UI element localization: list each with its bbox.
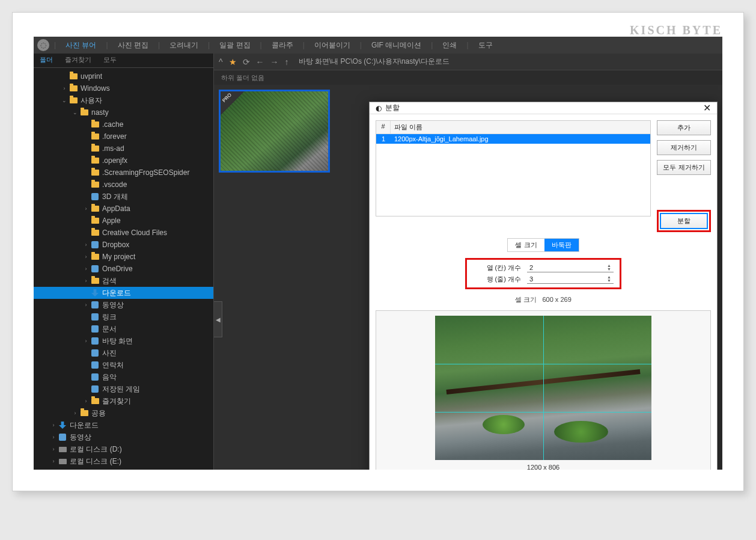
chevron-right-icon[interactable]: › bbox=[82, 242, 90, 248]
menu-gif[interactable]: GIF 애니메이션 bbox=[367, 38, 426, 53]
menu-crop[interactable]: 오려내기 bbox=[165, 38, 203, 53]
sidebar-collapse-handle[interactable]: ◀ bbox=[214, 301, 222, 337]
folder-tree[interactable]: uvprint›Windows⌄사용자⌄nasty.cache.forever.… bbox=[34, 68, 213, 470]
menu-batch[interactable]: 일괄 편집 bbox=[215, 38, 255, 53]
tree-node[interactable]: .openjfx bbox=[34, 155, 213, 167]
chevron-right-icon[interactable]: › bbox=[82, 206, 90, 212]
rows-spinner-icon[interactable]: ▲▼ bbox=[607, 275, 611, 283]
tree-node[interactable]: .forever bbox=[34, 130, 213, 143]
tree-node[interactable]: ›바탕 화면 bbox=[34, 335, 213, 347]
tree-node-label: 다운로드 bbox=[70, 420, 99, 431]
tree-node-label: 동영상 bbox=[102, 300, 124, 310]
add-button[interactable]: 추가 bbox=[657, 120, 711, 135]
file-row[interactable]: 1 1200px-Altja_jõgi_Lahemaal.jpg bbox=[376, 134, 650, 144]
toolbar-back-icon[interactable]: ← bbox=[256, 57, 264, 67]
tree-node[interactable]: 링크 bbox=[34, 311, 213, 323]
chevron-right-icon[interactable]: › bbox=[82, 254, 90, 260]
tree-node[interactable]: ›Windows bbox=[34, 82, 213, 94]
menu-tools[interactable]: 도구 bbox=[474, 38, 498, 53]
cols-label: 열 (칸) 개수 bbox=[473, 263, 521, 272]
chevron-right-icon[interactable]: › bbox=[49, 434, 58, 440]
tree-node[interactable]: ›My project bbox=[34, 251, 213, 263]
split-mode-tabs: 셀 크기 바둑판 bbox=[507, 238, 579, 252]
tree-node[interactable]: ⌄nasty bbox=[34, 106, 213, 118]
tree-node[interactable]: Creative Cloud Files bbox=[34, 227, 213, 239]
tree-node[interactable]: Apple bbox=[34, 215, 213, 227]
tree-node-label: Apple bbox=[102, 216, 121, 225]
tree-node[interactable]: 3D 개체 bbox=[34, 191, 213, 203]
chevron-right-icon[interactable]: › bbox=[82, 398, 90, 404]
download-icon bbox=[90, 289, 100, 297]
menu-combine[interactable]: 이어붙이기 bbox=[309, 38, 355, 53]
chevron-down-icon[interactable]: ⌄ bbox=[71, 109, 79, 115]
tree-node[interactable]: .vscode bbox=[34, 179, 213, 191]
remove-button[interactable]: 제거하기 bbox=[657, 140, 711, 155]
toolbar-up-icon[interactable]: ↑ bbox=[285, 57, 289, 67]
image-thumbnail[interactable]: PRO bbox=[219, 90, 330, 173]
chevron-right-icon[interactable]: › bbox=[82, 278, 90, 284]
tree-node[interactable]: ›즐겨찾기 bbox=[34, 395, 213, 407]
chevron-right-icon[interactable]: › bbox=[60, 85, 69, 91]
tree-node[interactable]: .ScreamingFrogSEOSpider bbox=[34, 167, 213, 179]
tree-node[interactable]: ›AppData bbox=[34, 203, 213, 215]
toolbar-up-small-icon[interactable]: ^ bbox=[219, 57, 223, 67]
rows-input[interactable]: 3 ▲▼ bbox=[527, 275, 614, 284]
tab-grid[interactable]: 바둑판 bbox=[544, 239, 579, 251]
watermark: KISCH BYTE bbox=[630, 23, 722, 37]
toolbar-forward-icon[interactable]: → bbox=[270, 57, 279, 67]
menu-collage[interactable]: 콜라주 bbox=[267, 38, 298, 53]
chevron-right-icon[interactable]: › bbox=[49, 422, 58, 428]
dialog-title: 분할 bbox=[385, 103, 400, 113]
menu-print[interactable]: 인쇄 bbox=[437, 38, 462, 53]
tree-node[interactable]: 다운로드 bbox=[34, 287, 213, 299]
sidebar-tab-all[interactable]: 모두 bbox=[97, 54, 123, 67]
chevron-right-icon[interactable]: › bbox=[49, 446, 58, 452]
tree-node[interactable]: ›동영상 bbox=[34, 431, 213, 443]
chevron-right-icon[interactable]: › bbox=[49, 458, 58, 464]
tree-node-label: 공용 bbox=[91, 408, 106, 419]
tree-node[interactable]: 사진 bbox=[34, 347, 213, 359]
tree-node[interactable]: ›Dropbox bbox=[34, 239, 213, 251]
tree-node[interactable]: ⌄사용자 bbox=[34, 94, 213, 106]
tab-cell-size[interactable]: 셀 크기 bbox=[508, 239, 544, 251]
toolbar-star-icon[interactable]: ★ bbox=[229, 57, 237, 67]
tree-node-label: .cache bbox=[102, 120, 123, 129]
remove-all-button[interactable]: 모두 제거하기 bbox=[657, 160, 711, 175]
menu-photo-viewer[interactable]: 사진 뷰어 bbox=[61, 38, 101, 53]
chevron-right-icon[interactable]: › bbox=[82, 266, 90, 272]
chevron-right-icon[interactable]: › bbox=[82, 302, 90, 308]
tree-node[interactable]: ›로컬 디스크 (E:) bbox=[34, 455, 213, 467]
dialog-icon: ◐ bbox=[376, 104, 382, 112]
tree-node[interactable]: 연락처 bbox=[34, 359, 213, 371]
item-icon bbox=[90, 385, 100, 393]
close-icon[interactable]: ✕ bbox=[703, 102, 711, 114]
tree-node[interactable]: ›동영상 bbox=[34, 299, 213, 311]
tree-node[interactable]: 문서 bbox=[34, 323, 213, 335]
tree-node[interactable]: ›검색 bbox=[34, 275, 213, 287]
tree-node[interactable]: ›공용 bbox=[34, 407, 213, 419]
tree-node[interactable]: ›OneDrive bbox=[34, 263, 213, 275]
tree-node[interactable]: .ms-ad bbox=[34, 143, 213, 155]
toolbar-refresh-icon[interactable]: ⟳ bbox=[243, 57, 250, 67]
sidebar-tab-folder[interactable]: 폴더 bbox=[34, 54, 59, 67]
drive-icon bbox=[58, 457, 67, 465]
tree-node[interactable]: 음악 bbox=[34, 371, 213, 383]
chevron-down-icon[interactable]: ⌄ bbox=[60, 97, 69, 103]
item-icon bbox=[90, 361, 100, 369]
tree-node[interactable]: 저장된 게임 bbox=[34, 383, 213, 395]
file-list[interactable]: # 파일 이름 1 1200px-Altja_jõgi_Lahemaal.jpg bbox=[376, 120, 651, 216]
cols-input[interactable]: 2 ▲▼ bbox=[527, 263, 614, 272]
sidebar: 폴더 즐겨찾기 모두 uvprint›Windows⌄사용자⌄nasty.cac… bbox=[34, 54, 214, 470]
tree-node[interactable]: .cache bbox=[34, 118, 213, 130]
tree-node-label: 검색 bbox=[102, 276, 117, 286]
tree-node-label: 연락처 bbox=[102, 360, 124, 370]
split-button[interactable]: 분할 bbox=[660, 213, 708, 229]
menu-photo-edit[interactable]: 사진 편집 bbox=[113, 38, 153, 53]
tree-node[interactable]: ›다운로드 bbox=[34, 419, 213, 431]
chevron-right-icon[interactable]: › bbox=[71, 410, 79, 416]
tree-node[interactable]: uvprint bbox=[34, 70, 213, 82]
tree-node[interactable]: ›로컬 디스크 (D:) bbox=[34, 443, 213, 455]
sidebar-tab-favorites[interactable]: 즐겨찾기 bbox=[59, 54, 97, 67]
chevron-right-icon[interactable]: › bbox=[82, 338, 90, 344]
cols-spinner-icon[interactable]: ▲▼ bbox=[607, 264, 611, 271]
